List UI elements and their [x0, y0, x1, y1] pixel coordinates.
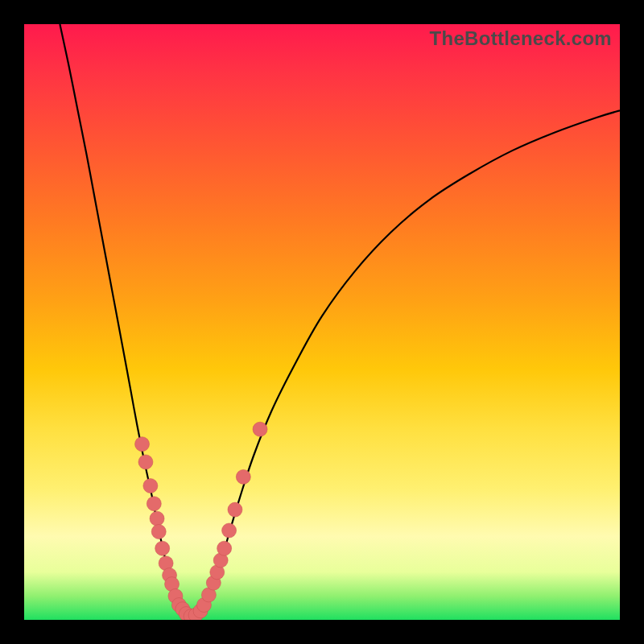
data-point [135, 437, 150, 452]
data-point [150, 511, 164, 526]
data-point [236, 469, 250, 484]
data-point [253, 422, 267, 436]
data-point [217, 541, 232, 555]
data-point [138, 455, 153, 469]
data-point [155, 541, 170, 555]
data-point [143, 479, 158, 493]
data-point [151, 524, 166, 539]
data-point [222, 523, 237, 538]
curve-left-arm [60, 24, 208, 618]
data-point [147, 497, 161, 511]
plot-area: TheBottleneck.com [24, 24, 620, 620]
chart-frame: TheBottleneck.com [0, 0, 644, 644]
curves-group [60, 24, 620, 618]
chart-overlay [24, 24, 620, 620]
curve-right-arm [208, 110, 620, 603]
points-group [135, 422, 268, 620]
data-point [228, 502, 242, 517]
